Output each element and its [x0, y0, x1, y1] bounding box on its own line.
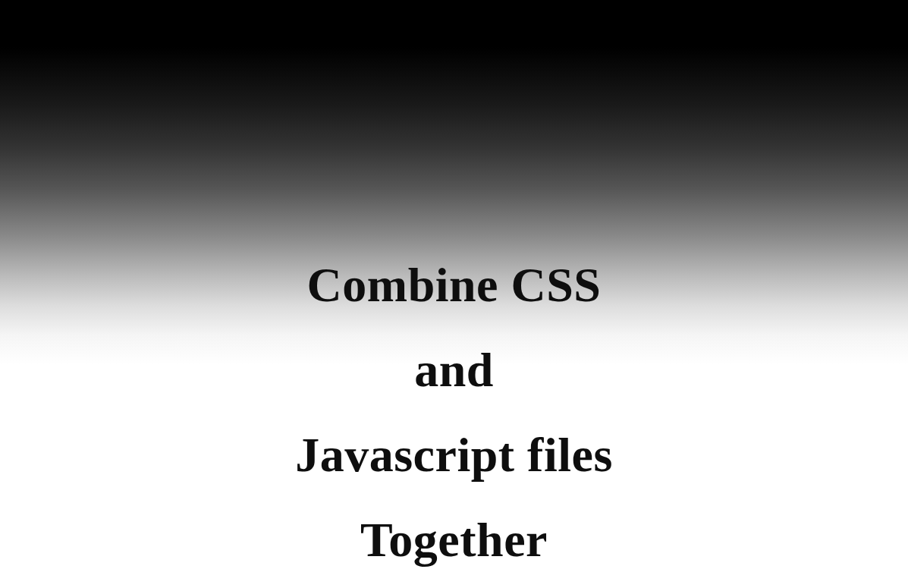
main-heading: Combine CSS and Javascript files Togethe…	[0, 243, 908, 583]
heading-line-4: Together	[0, 498, 908, 583]
heading-line-1: Combine CSS	[0, 243, 908, 328]
heading-line-2: and	[0, 328, 908, 413]
heading-line-3: Javascript files	[0, 413, 908, 498]
